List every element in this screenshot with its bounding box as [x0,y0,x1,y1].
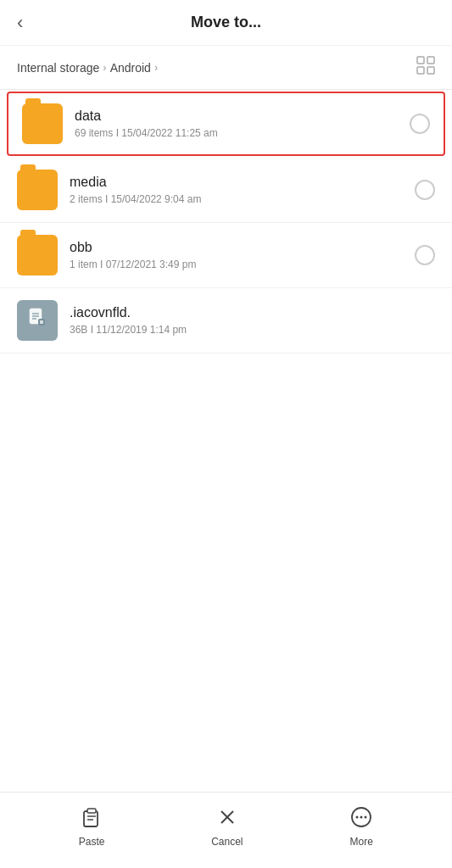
breadcrumb-path[interactable]: Internal storage › Android › [17,61,158,75]
svg-point-18 [356,815,359,818]
file-name: .iacovnfld. [70,305,435,320]
paste-label: Paste [79,836,105,848]
header: ‹ Move to... [0,0,452,46]
list-item[interactable]: .iacovnfld. 36B I 11/12/2019 1:14 pm [0,288,452,353]
paste-icon [80,805,103,832]
radio-button[interactable] [415,245,435,265]
list-item[interactable]: obb 1 item I 07/12/2021 3:49 pm [0,223,452,288]
cancel-icon [215,805,239,832]
back-button[interactable]: ‹ [17,12,23,34]
list-item[interactable]: data 69 items I 15/04/2022 11:25 am [7,92,445,156]
svg-rect-3 [427,67,434,74]
file-meta: 69 items I 15/04/2022 11:25 am [75,127,410,139]
svg-rect-2 [417,67,424,74]
svg-rect-12 [87,809,96,813]
radio-button[interactable] [415,180,435,200]
svg-point-19 [360,815,363,818]
breadcrumb: Internal storage › Android › [0,46,452,90]
file-name: obb [70,240,415,255]
file-meta: 2 items I 15/04/2022 9:04 am [70,193,415,205]
file-info: obb 1 item I 07/12/2021 3:49 pm [70,240,415,270]
cancel-button[interactable]: Cancel [211,805,243,848]
more-label: More [349,836,372,848]
file-meta: 36B I 11/12/2019 1:14 pm [70,324,435,336]
document-icon [26,307,48,334]
list-item[interactable]: media 2 items I 15/04/2022 9:04 am [0,158,452,223]
folder-icon [17,170,58,210]
more-button[interactable]: More [349,805,373,848]
grid-view-icon[interactable] [416,56,435,79]
file-list: data 69 items I 15/04/2022 11:25 am medi… [0,92,452,353]
svg-point-20 [365,815,367,818]
folder-icon [22,103,63,144]
svg-rect-1 [427,57,434,64]
breadcrumb-chevron-2: › [154,61,158,74]
breadcrumb-internal-storage[interactable]: Internal storage [17,61,99,75]
bottom-bar: Paste Cancel More [0,792,452,868]
file-name: media [70,175,415,190]
breadcrumb-android[interactable]: Android [110,61,151,75]
cancel-label: Cancel [211,836,243,848]
file-info: media 2 items I 15/04/2022 9:04 am [70,175,415,205]
file-name: data [75,108,410,124]
file-icon [17,300,58,341]
svg-rect-0 [417,57,424,64]
folder-icon [17,235,58,275]
svg-rect-10 [40,320,43,324]
more-icon [349,805,373,832]
page-title: Move to... [191,14,261,31]
file-meta: 1 item I 07/12/2021 3:49 pm [70,259,415,270]
paste-button[interactable]: Paste [79,805,105,848]
radio-button[interactable] [410,114,430,134]
breadcrumb-chevron-1: › [103,61,106,74]
file-info: .iacovnfld. 36B I 11/12/2019 1:14 pm [70,305,435,336]
file-info: data 69 items I 15/04/2022 11:25 am [75,108,410,139]
